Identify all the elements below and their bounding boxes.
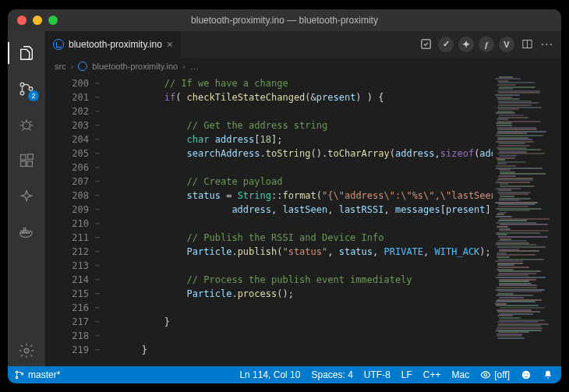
line-gutter: 2002012022032042052062072082092102112122… [45,75,97,366]
action-flash-icon[interactable]: ✦ [458,37,474,52]
activity-bar: 2 [8,31,45,366]
svg-point-19 [484,373,487,376]
breadcrumb-src[interactable]: src [55,62,66,71]
tab-bar: bluetooth-proximity.ino × ✓ ✦ f V ··· [45,31,561,58]
svg-point-18 [21,373,23,374]
chevron-right-icon: › [182,62,186,71]
svg-rect-6 [27,161,33,166]
eol-status[interactable]: LF [401,369,412,380]
vscode-window: bluetooth-proximity.ino — bluetooth-prox… [8,9,561,383]
svg-point-1 [20,91,24,95]
svg-point-16 [16,371,17,373]
editor-area: bluetooth-proximity.ino × ✓ ✦ f V ··· [45,31,561,366]
close-window-button[interactable] [17,16,27,25]
settings-button[interactable] [8,335,45,366]
main-body: 2 bluetooth-proxim [8,31,561,366]
line-col-status[interactable]: Ln 114, Col 10 [239,369,300,380]
feedback-icon[interactable] [521,369,532,380]
editor-actions: ✓ ✦ f V ··· [418,31,561,58]
svg-point-3 [23,122,30,129]
code-content[interactable]: // If we have a change if( checkTileStat… [97,75,493,366]
window-title: bluetooth-proximity.ino — bluetooth-prox… [8,15,561,26]
tab-close-icon[interactable]: × [167,38,173,51]
extensions-button[interactable] [8,145,45,176]
particle-button[interactable] [8,181,45,212]
svg-point-12 [24,348,29,353]
svg-rect-7 [28,154,34,159]
spaces-status[interactable]: Spaces: 4 [311,369,352,380]
breadcrumb-file[interactable]: bluetooth-proximity.ino [92,62,178,71]
split-editor-icon[interactable] [519,37,535,52]
svg-point-21 [525,373,525,374]
minimize-window-button[interactable] [33,16,42,25]
debug-button[interactable] [8,109,45,140]
titlebar: bluetooth-proximity.ino — bluetooth-prox… [8,9,561,31]
bell-icon[interactable] [542,369,553,380]
action-f-icon[interactable]: f [479,37,494,52]
svg-rect-11 [23,228,26,230]
preview-status[interactable]: [off] [480,369,510,380]
tab-file[interactable]: bluetooth-proximity.ino × [45,31,182,58]
zoom-window-button[interactable] [48,16,58,25]
breadcrumb[interactable]: src › bluetooth-proximity.ino › … [45,58,561,75]
encoding-status[interactable]: UTF-8 [364,369,391,380]
minimap[interactable] [493,75,561,366]
action-compile-icon[interactable] [418,37,433,52]
svg-rect-5 [21,161,27,166]
traffic-lights [8,16,58,25]
chevron-right-icon: › [71,62,74,71]
svg-point-20 [522,370,531,379]
scm-badge: 2 [28,90,39,101]
lang-status[interactable]: C++ [423,369,441,380]
svg-rect-4 [21,154,27,160]
breadcrumb-more[interactable]: … [190,62,199,71]
more-actions-icon[interactable]: ··· [539,37,555,52]
svg-point-22 [527,373,528,374]
os-status[interactable]: Mac [452,369,470,380]
arduino-file-icon [78,62,87,71]
tab-filename: bluetooth-proximity.ino [69,39,162,50]
svg-point-17 [16,376,17,378]
arduino-file-icon [53,39,64,50]
scm-button[interactable]: 2 [8,73,45,104]
action-check-icon[interactable]: ✓ [438,37,454,52]
svg-rect-13 [421,40,429,48]
status-bar: master* Ln 114, Col 10 Spaces: 4 UTF-8 L… [8,366,561,383]
explorer-button[interactable] [8,37,45,69]
code-editor[interactable]: 2002012022032042052062072082092102112122… [45,75,561,366]
branch-status[interactable]: master* [14,369,60,380]
action-v-icon[interactable]: V [499,37,514,52]
docker-button[interactable] [8,217,45,248]
svg-point-0 [20,83,24,87]
